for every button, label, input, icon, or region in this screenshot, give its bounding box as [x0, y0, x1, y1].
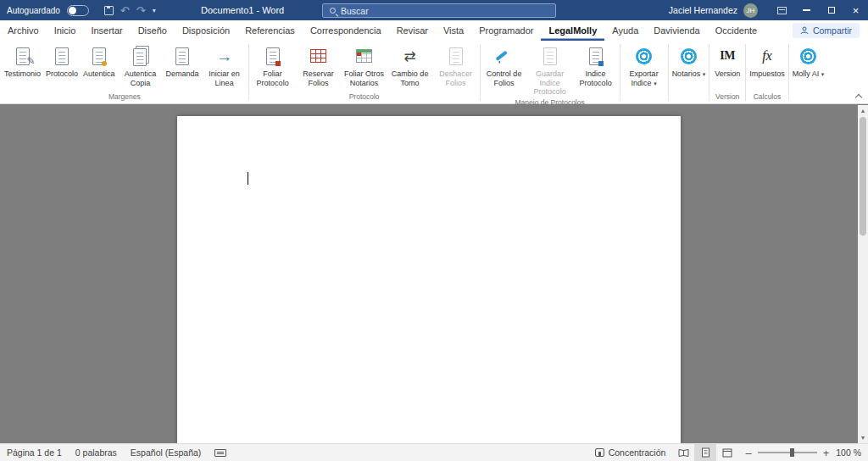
ribbon-group-molly-ai: Molly AI ▾ — [790, 42, 827, 103]
collapse-ribbon-chevron-icon[interactable] — [856, 93, 862, 99]
demanda-document-icon — [175, 44, 189, 68]
share-icon — [800, 26, 809, 35]
scrollbar-thumb[interactable] — [860, 117, 866, 236]
statusbar-right: Concentración – + 100 % — [588, 444, 868, 461]
tab-insertar[interactable]: Insertar — [83, 20, 130, 41]
share-button[interactable]: Compartir — [793, 23, 860, 38]
focus-mode-label: Concentración — [609, 444, 666, 461]
ribbon-button-protocolo[interactable]: Protocolo — [43, 42, 81, 91]
zoom-slider-thumb[interactable] — [790, 448, 794, 457]
tab-programador[interactable]: Programador — [471, 20, 541, 41]
tab-correspondencia[interactable]: Correspondencia — [303, 20, 389, 41]
button-label: Cambio de Tomo — [390, 69, 431, 87]
button-label: Foliar Protocolo — [253, 69, 293, 87]
document-area: ▲ ▼ — [0, 105, 868, 443]
ribbon-button-iniciar-en-linea[interactable]: → Iniciar en Linea — [202, 42, 248, 91]
tab-legalmolly[interactable]: LegalMolly — [541, 20, 604, 41]
scroll-up-arrow-icon[interactable]: ▲ — [858, 105, 868, 116]
ribbon-button-molly-ai[interactable]: Molly AI ▾ — [790, 42, 827, 99]
ribbon-button-notarios[interactable]: Notarios ▾ — [670, 42, 709, 99]
im-monogram-icon: IM — [720, 49, 735, 64]
search-input[interactable]: Buscar — [322, 3, 556, 18]
ribbon-group-label-calculos: Calculos — [747, 91, 787, 103]
redo-icon[interactable]: ↷ — [136, 5, 146, 16]
avatar[interactable]: JH — [743, 3, 758, 18]
ribbon-button-impuestos[interactable]: fx Impuestos — [747, 42, 787, 91]
page-indicator[interactable]: Página 1 de 1 — [0, 444, 69, 461]
button-label: Autentica — [83, 69, 115, 79]
zoom-out-icon[interactable]: – — [745, 447, 751, 458]
group-divider — [668, 44, 669, 101]
ribbon-button-testimonio[interactable]: ✎ Testimonio — [2, 42, 43, 91]
button-label: Iniciar en Linea — [204, 69, 245, 87]
scroll-down-arrow-icon[interactable]: ▼ — [858, 432, 868, 443]
close-icon: × — [853, 5, 860, 16]
group-divider — [788, 44, 789, 101]
button-label: Demanda — [166, 69, 199, 79]
tab-ayuda[interactable]: Ayuda — [604, 20, 646, 41]
vertical-scrollbar[interactable]: ▲ ▼ — [858, 105, 868, 443]
keyboard-button[interactable] — [208, 444, 233, 461]
ribbon-group-label-molly — [790, 99, 827, 103]
ribbon-button-guardar-indice-protocolo[interactable]: Guardar Indice Protocolo — [527, 42, 573, 97]
button-label: Testimonio — [4, 69, 41, 79]
blue-target-icon — [636, 44, 652, 68]
ribbon-button-autentica[interactable]: Autentica — [81, 42, 118, 91]
undo-icon[interactable]: ↶ — [120, 5, 130, 16]
ribbon-button-autentica-copia[interactable]: Autentica Copia — [118, 42, 164, 91]
ribbon-button-deshacer-folios[interactable]: Deshacer Folios — [433, 42, 479, 91]
autosave-toggle[interactable] — [67, 5, 89, 16]
ribbon-button-exportar-indice[interactable]: Exportar Indice ▾ — [621, 42, 667, 99]
chevron-down-icon: ▾ — [703, 71, 706, 77]
tab-revisar[interactable]: Revisar — [389, 20, 436, 41]
zoom-percentage[interactable]: 100 % — [836, 447, 868, 458]
index-document-icon — [589, 44, 603, 68]
button-label: Deshacer Folios — [436, 69, 476, 87]
ribbon-button-cambio-de-tomo[interactable]: ⇄ Cambio de Tomo — [387, 42, 433, 91]
ribbon-group-calculos: fx Impuestos Calculos — [747, 42, 787, 103]
chevron-down-icon: ▾ — [821, 71, 825, 77]
quick-access-toolbar: Autoguardado ↶ ↷ ▾ — [0, 5, 156, 16]
tab-diseno[interactable]: Diseño — [131, 20, 175, 41]
ribbon-button-demanda[interactable]: Demanda — [164, 42, 202, 91]
tab-referencias[interactable]: Referencias — [237, 20, 303, 41]
ribbon-button-version[interactable]: IM Version — [710, 42, 744, 91]
maximize-button[interactable] — [819, 0, 843, 20]
tab-archivo[interactable]: Archivo — [0, 20, 47, 41]
save-icon[interactable] — [104, 6, 114, 15]
web-layout-button[interactable] — [716, 444, 738, 461]
read-mode-button[interactable] — [672, 444, 694, 461]
minimize-button[interactable] — [794, 0, 819, 20]
zoom-controls: – + — [738, 447, 836, 458]
group-divider — [480, 44, 481, 101]
print-layout-button[interactable] — [694, 444, 716, 461]
ribbon-button-reservar-folios[interactable]: Reservar Folios — [296, 42, 342, 91]
tab-disposicion[interactable]: Disposición — [175, 20, 237, 41]
ribbon-button-control-de-folios[interactable]: Control de Folios — [481, 42, 527, 97]
ribbon-display-options-button[interactable] — [770, 0, 794, 20]
ribbon-button-foliar-protocolo[interactable]: Foliar Protocolo — [250, 42, 296, 91]
tab-inicio[interactable]: Inicio — [47, 20, 84, 41]
zoom-in-icon[interactable]: + — [823, 447, 830, 458]
button-label: Reservar Folios — [298, 69, 339, 87]
tab-occidente[interactable]: Occidente — [708, 20, 765, 41]
tab-davivienda[interactable]: Davivienda — [646, 20, 707, 41]
focus-mode-button[interactable]: Concentración — [588, 444, 673, 461]
document-page[interactable] — [177, 116, 681, 443]
ribbon-group-label-margenes: Margenes — [2, 91, 248, 103]
ribbon-button-foliar-otros-notarios[interactable]: Foliar Otros Notarios — [342, 42, 387, 91]
web-layout-icon — [722, 448, 732, 458]
language-indicator[interactable]: Español (España) — [124, 444, 208, 461]
zoom-slider[interactable] — [758, 452, 817, 453]
search-placeholder: Buscar — [341, 6, 369, 16]
quick-access-chevron-icon[interactable]: ▾ — [153, 7, 156, 14]
ribbon-group-manejo-de-protocolos: Control de Folios Guardar Indice Protoco… — [481, 42, 619, 103]
word-count[interactable]: 0 palabras — [69, 444, 124, 461]
group-divider — [745, 44, 746, 101]
close-button[interactable]: × — [843, 0, 868, 20]
ribbon-button-indice-protocolo[interactable]: Indice Protocolo — [573, 42, 619, 97]
read-mode-icon — [678, 448, 689, 458]
tab-vista[interactable]: Vista — [436, 20, 471, 41]
foliar-protocolo-document-icon — [266, 44, 280, 68]
swap-arrows-icon: ⇄ — [404, 44, 416, 68]
